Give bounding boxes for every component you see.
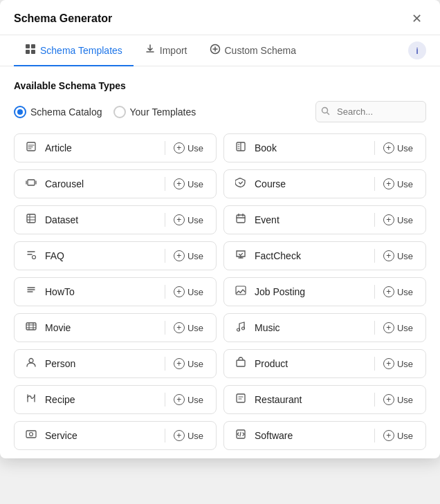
card-right-book: + Use xyxy=(369,141,416,155)
section-title: Available Schema Types xyxy=(14,80,426,91)
radio-your-templates[interactable]: Your Templates xyxy=(113,106,196,118)
card-divider-course xyxy=(374,177,375,191)
dataset-use-plus-icon: + xyxy=(174,214,185,225)
book-use-plus-icon: + xyxy=(383,142,394,153)
book-label: Book xyxy=(255,142,277,153)
job-posting-label: Job Posting xyxy=(255,286,305,297)
howto-use-label: Use xyxy=(187,287,203,297)
job-posting-use-button[interactable]: + Use xyxy=(381,285,416,299)
card-left-person: Person xyxy=(24,357,75,371)
person-use-plus-icon: + xyxy=(174,358,185,369)
svg-rect-18 xyxy=(237,394,245,402)
card-left-music: Music xyxy=(234,321,280,335)
service-use-button[interactable]: + Use xyxy=(171,429,206,442)
factcheck-use-plus-icon: + xyxy=(383,250,394,261)
product-label: Product xyxy=(255,358,288,369)
restaurant-use-label: Use xyxy=(397,395,413,405)
factcheck-label: FactCheck xyxy=(255,250,301,261)
radio-templates-indicator xyxy=(113,106,126,118)
carousel-use-button[interactable]: + Use xyxy=(171,177,206,191)
card-left-recipe: Recipe xyxy=(24,393,75,407)
job-posting-use-plus-icon: + xyxy=(383,286,394,297)
recipe-use-label: Use xyxy=(187,395,203,405)
radio-catalog-indicator xyxy=(14,106,26,118)
card-divider-book xyxy=(374,141,375,155)
recipe-icon xyxy=(24,393,38,407)
faq-icon xyxy=(24,249,38,263)
software-use-button[interactable]: + Use xyxy=(381,429,416,442)
card-divider-software xyxy=(374,429,375,442)
radio-templates-label: Your Templates xyxy=(130,106,196,118)
movie-use-plus-icon: + xyxy=(174,322,185,333)
event-use-label: Use xyxy=(397,215,413,225)
card-right-event: + Use xyxy=(369,213,416,227)
card-left-course: Course xyxy=(234,177,286,191)
svg-rect-9 xyxy=(27,214,35,223)
schema-card-restaurant: Restaurant + Use xyxy=(223,385,426,414)
schema-card-carousel: Carousel + Use xyxy=(14,169,217,198)
card-divider-product xyxy=(374,357,375,371)
carousel-label: Carousel xyxy=(45,178,84,189)
card-divider-job-posting xyxy=(374,285,375,299)
job-posting-use-label: Use xyxy=(397,287,413,297)
person-use-button[interactable]: + Use xyxy=(171,357,206,371)
close-button[interactable]: ✕ xyxy=(407,11,426,26)
card-right-person: + Use xyxy=(159,357,206,371)
radio-schema-catalog[interactable]: Schema Catalog xyxy=(14,106,102,118)
schema-card-person: Person + Use xyxy=(14,349,217,378)
card-divider-howto xyxy=(165,285,165,299)
restaurant-use-button[interactable]: + Use xyxy=(381,393,416,407)
card-right-factcheck: + Use xyxy=(369,249,416,263)
course-label: Course xyxy=(255,178,286,189)
tab-schema-templates[interactable]: Schema Templates xyxy=(14,35,134,66)
dataset-use-button[interactable]: + Use xyxy=(171,213,206,227)
card-divider-restaurant xyxy=(374,393,375,407)
recipe-use-button[interactable]: + Use xyxy=(171,393,206,407)
article-use-button[interactable]: + Use xyxy=(171,141,206,155)
movie-use-label: Use xyxy=(187,323,203,333)
schema-card-factcheck: FactCheck + Use xyxy=(223,241,426,270)
card-divider-movie xyxy=(165,321,165,335)
card-left-product: Product xyxy=(234,357,288,371)
faq-use-plus-icon: + xyxy=(174,250,185,261)
event-use-button[interactable]: + Use xyxy=(381,213,416,227)
card-right-faq: + Use xyxy=(159,249,206,263)
card-left-movie: Movie xyxy=(24,321,71,335)
info-button[interactable]: i xyxy=(408,41,426,59)
recipe-label: Recipe xyxy=(45,394,75,405)
card-right-course: + Use xyxy=(369,177,416,191)
faq-use-button[interactable]: + Use xyxy=(171,249,206,263)
card-divider-event xyxy=(374,213,375,227)
svg-point-16 xyxy=(29,359,33,363)
movie-use-button[interactable]: + Use xyxy=(171,321,206,335)
svg-rect-3 xyxy=(31,50,35,54)
schema-card-service: Service + Use xyxy=(14,421,217,450)
product-use-button[interactable]: + Use xyxy=(381,357,416,371)
schema-card-product: Product + Use xyxy=(223,349,426,378)
svg-rect-0 xyxy=(26,44,30,48)
modal-title: Schema Generator xyxy=(14,12,112,25)
movie-label: Movie xyxy=(45,322,71,333)
schema-card-music: Music + Use xyxy=(223,313,426,342)
tab-import[interactable]: Import xyxy=(134,35,199,66)
schema-card-article: Article + Use xyxy=(14,133,217,162)
recipe-use-plus-icon: + xyxy=(174,394,185,405)
custom-schema-icon xyxy=(210,44,221,57)
tab-custom-schema[interactable]: Custom Schema xyxy=(199,35,307,66)
article-label: Article xyxy=(45,142,72,153)
search-input[interactable] xyxy=(315,101,426,122)
card-left-factcheck: FactCheck xyxy=(234,249,301,263)
book-use-button[interactable]: + Use xyxy=(381,141,416,155)
schema-card-dataset: Dataset + Use xyxy=(14,205,217,234)
software-use-label: Use xyxy=(397,431,413,441)
card-divider-person xyxy=(165,357,165,371)
howto-label: HowTo xyxy=(45,286,75,297)
card-divider-factcheck xyxy=(374,249,375,263)
card-right-article: + Use xyxy=(159,141,206,155)
factcheck-use-button[interactable]: + Use xyxy=(381,249,416,263)
course-use-button[interactable]: + Use xyxy=(381,177,416,191)
music-use-button[interactable]: + Use xyxy=(381,321,416,335)
howto-use-button[interactable]: + Use xyxy=(171,285,206,299)
card-left-carousel: Carousel xyxy=(24,177,84,191)
card-right-job-posting: + Use xyxy=(369,285,416,299)
